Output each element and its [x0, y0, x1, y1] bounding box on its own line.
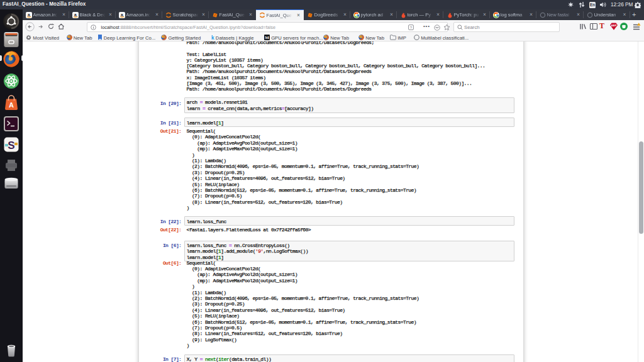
svg-text:a: a — [28, 13, 30, 17]
svg-text:S: S — [8, 140, 14, 151]
svg-text:M: M — [265, 35, 269, 40]
svg-text:?: ? — [410, 26, 413, 30]
svg-text:A: A — [9, 101, 14, 109]
svg-text:a: a — [121, 13, 123, 17]
svg-text:a: a — [74, 13, 77, 17]
svg-text:ABP: ABP — [611, 24, 616, 27]
